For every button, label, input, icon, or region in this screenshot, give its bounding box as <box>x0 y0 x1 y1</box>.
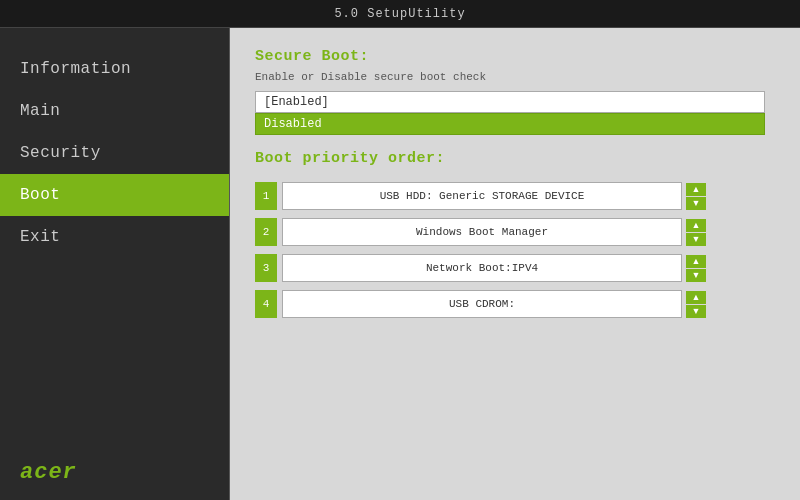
boot-item-label-2: Windows Boot Manager <box>282 218 682 246</box>
main-layout: Information Main Security Boot Exit acer… <box>0 28 800 500</box>
boot-item-down-2[interactable]: ▼ <box>686 233 706 246</box>
boot-item-num-3: 3 <box>255 254 277 282</box>
boot-item-4: 4 USB CDROM: ▲ ▼ <box>255 290 775 318</box>
boot-item-up-1[interactable]: ▲ <box>686 183 706 196</box>
boot-item-up-4[interactable]: ▲ <box>686 291 706 304</box>
boot-item-controls-2: ▲ ▼ <box>686 219 706 246</box>
acer-logo: acer <box>0 445 229 500</box>
boot-item-2: 2 Windows Boot Manager ▲ ▼ <box>255 218 775 246</box>
boot-item-down-3[interactable]: ▼ <box>686 269 706 282</box>
boot-item-controls-3: ▲ ▼ <box>686 255 706 282</box>
sidebar-item-boot[interactable]: Boot <box>0 174 229 216</box>
sidebar-item-information[interactable]: Information <box>0 48 229 90</box>
boot-item-num-1: 1 <box>255 182 277 210</box>
secure-boot-title: Secure Boot: <box>255 48 775 65</box>
secure-boot-dropdown[interactable]: [Enabled] Disabled <box>255 91 775 135</box>
sidebar: Information Main Security Boot Exit acer <box>0 28 230 500</box>
boot-item-up-3[interactable]: ▲ <box>686 255 706 268</box>
boot-item-num-2: 2 <box>255 218 277 246</box>
boot-item-down-1[interactable]: ▼ <box>686 197 706 210</box>
boot-item-down-4[interactable]: ▼ <box>686 305 706 318</box>
boot-item-label-3: Network Boot:IPV4 <box>282 254 682 282</box>
boot-item-1: 1 USB HDD: Generic STORAGE DEVICE ▲ ▼ <box>255 182 775 210</box>
boot-item-controls-4: ▲ ▼ <box>686 291 706 318</box>
top-bar: 5.0 SetupUtility <box>0 0 800 28</box>
secure-boot-desc: Enable or Disable secure boot check <box>255 71 775 83</box>
content-area: Secure Boot: Enable or Disable secure bo… <box>230 28 800 500</box>
secure-boot-enabled-option[interactable]: [Enabled] <box>255 91 765 113</box>
boot-item-controls-1: ▲ ▼ <box>686 183 706 210</box>
boot-item-3: 3 Network Boot:IPV4 ▲ ▼ <box>255 254 775 282</box>
boot-item-num-4: 4 <box>255 290 277 318</box>
secure-boot-disabled-option[interactable]: Disabled <box>255 113 765 135</box>
boot-item-label-4: USB CDROM: <box>282 290 682 318</box>
boot-item-label-1: USB HDD: Generic STORAGE DEVICE <box>282 182 682 210</box>
sidebar-item-main[interactable]: Main <box>0 90 229 132</box>
top-bar-title: 5.0 SetupUtility <box>334 7 465 21</box>
boot-priority-title: Boot priority order: <box>255 150 775 167</box>
sidebar-item-exit[interactable]: Exit <box>0 216 229 258</box>
sidebar-nav: Information Main Security Boot Exit <box>0 48 229 258</box>
boot-item-up-2[interactable]: ▲ <box>686 219 706 232</box>
sidebar-item-security[interactable]: Security <box>0 132 229 174</box>
